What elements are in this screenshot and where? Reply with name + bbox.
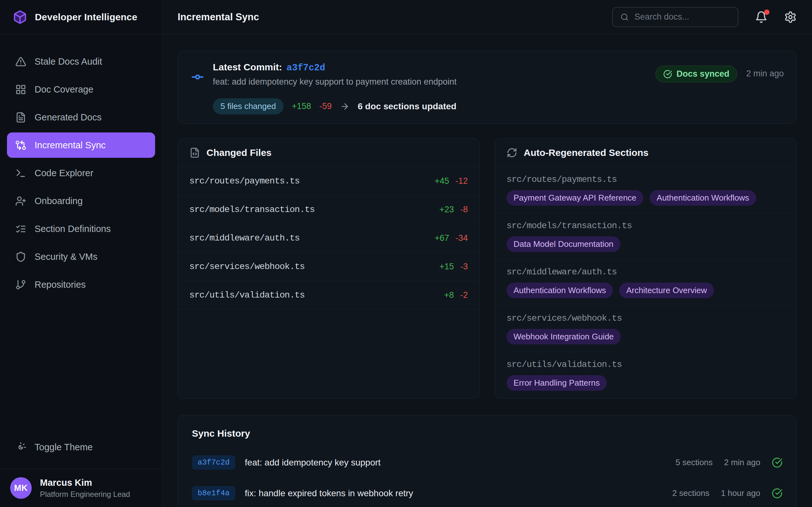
- sidebar-item-label: Repositories: [35, 279, 86, 290]
- panels-grid: Changed Files src/routes/payments.ts +45…: [177, 138, 797, 398]
- additions-count: +158: [292, 101, 311, 111]
- warning-triangle-icon: [15, 56, 26, 67]
- file-additions: +15: [439, 262, 454, 272]
- file-text-icon: [15, 112, 26, 123]
- search-input[interactable]: [635, 12, 730, 22]
- sync-history-row[interactable]: b8e1f4a fix: handle expired tokens in we…: [192, 486, 782, 500]
- section-tag[interactable]: Architecture Overview: [619, 283, 714, 298]
- sidebar-item-section-definitions[interactable]: Section Definitions: [7, 216, 155, 241]
- sync-time-ago: 1 hour ago: [721, 488, 760, 498]
- sidebar-item-security-vms[interactable]: Security & VMs: [7, 244, 155, 269]
- sidebar: Developer Intelligence Stale Docs Audit …: [0, 0, 162, 507]
- files-changed-badge: 5 files changed: [213, 98, 284, 114]
- sync-commit-hash: b8e1f4a: [192, 486, 235, 500]
- regen-group: src/models/transaction.ts Data Model Doc…: [495, 213, 797, 260]
- topbar-right: [612, 7, 797, 27]
- terminal-icon: [15, 168, 26, 179]
- file-deletions: -34: [455, 233, 468, 243]
- commit-label: Latest Commit:: [213, 62, 282, 72]
- latest-commit-card: Latest Commit: a3f7c2d feat: add idempot…: [177, 51, 797, 124]
- file-additions: +8: [444, 290, 454, 300]
- section-tag[interactable]: Data Model Documentation: [507, 236, 620, 252]
- sync-history-panel: Sync History a3f7c2d feat: add idempoten…: [177, 415, 797, 507]
- toggle-theme-button[interactable]: Toggle Theme: [7, 435, 155, 460]
- docs-synced-label: Docs synced: [676, 69, 729, 79]
- file-row[interactable]: src/services/webhook.ts +15-3: [178, 252, 479, 281]
- git-commit-icon: [191, 70, 205, 112]
- file-path: src/models/transaction.ts: [189, 205, 315, 215]
- sync-history-row[interactable]: a3f7c2d feat: add idempotency key suppor…: [192, 455, 782, 469]
- commit-time-ago: 2 min ago: [746, 66, 784, 78]
- sync-time-ago: 2 min ago: [724, 458, 760, 467]
- regen-file-path: src/middleware/auth.ts: [507, 267, 785, 277]
- profile-text: Marcus Kim Platform Engineering Lead: [40, 477, 130, 499]
- regen-file-path: src/services/webhook.ts: [507, 314, 785, 323]
- sync-row-meta: 5 sections 2 min ago: [676, 457, 782, 468]
- file-path: src/middleware/auth.ts: [189, 233, 300, 243]
- checklist-icon: [15, 223, 26, 234]
- sync-commit-message: fix: handle expired tokens in webhook re…: [245, 488, 413, 498]
- deletions-count: -59: [319, 101, 332, 111]
- refresh-icon: [507, 147, 517, 158]
- file-path: src/routes/payments.ts: [189, 176, 300, 186]
- file-row[interactable]: src/utils/validation.ts +8-2: [178, 281, 479, 309]
- file-additions: +67: [435, 233, 449, 243]
- regen-file-path: src/utils/validation.ts: [507, 360, 785, 370]
- sync-commit-message: feat: add idempotency key support: [245, 458, 380, 468]
- sidebar-item-code-explorer[interactable]: Code Explorer: [7, 160, 155, 186]
- changed-files-title: Changed Files: [206, 147, 271, 158]
- regen-group: src/middleware/auth.ts Authentication Wo…: [495, 260, 797, 306]
- sidebar-item-onboarding[interactable]: Onboarding: [7, 188, 155, 214]
- section-tag[interactable]: Authentication Workflows: [507, 283, 613, 298]
- sidebar-nav: Stale Docs Audit Doc Coverage Generated …: [0, 34, 162, 297]
- gear-icon: [784, 11, 797, 23]
- regen-group: src/services/webhook.ts Webhook Integrat…: [495, 306, 797, 352]
- regenerated-sections-panel: Auto-Regenerated Sections src/routes/pay…: [495, 138, 797, 399]
- regen-file-path: src/routes/payments.ts: [507, 175, 785, 184]
- file-deletions: -8: [460, 205, 468, 215]
- user-plus-icon: [15, 195, 26, 207]
- success-check-icon: [772, 488, 782, 499]
- user-profile[interactable]: MK Marcus Kim Platform Engineering Lead: [0, 469, 162, 507]
- section-tag[interactable]: Authentication Workflows: [650, 190, 756, 206]
- main-area: Incremental Sync: [162, 0, 812, 507]
- file-row[interactable]: src/routes/payments.ts +45-12: [178, 167, 479, 195]
- sidebar-item-repositories[interactable]: Repositories: [7, 272, 155, 297]
- regen-group: src/utils/validation.ts Error Handling P…: [495, 352, 797, 398]
- commit-message: feat: add idempotency key support to pay…: [213, 77, 457, 87]
- profile-role: Platform Engineering Lead: [40, 490, 130, 499]
- sidebar-item-label: Security & VMs: [35, 251, 97, 262]
- settings-button[interactable]: [784, 11, 797, 23]
- sidebar-item-generated-docs[interactable]: Generated Docs: [7, 105, 155, 130]
- commit-info: Latest Commit: a3f7c2d feat: add idempot…: [213, 62, 457, 112]
- git-compare-icon: [15, 140, 26, 151]
- file-additions: +23: [439, 205, 454, 215]
- regenerated-sections-title: Auto-Regenerated Sections: [524, 147, 648, 158]
- search-box[interactable]: [612, 7, 739, 27]
- commit-hash: a3f7c2d: [287, 63, 325, 73]
- sidebar-item-label: Code Explorer: [35, 168, 93, 178]
- app-logo-row: Developer Intelligence: [0, 0, 162, 34]
- regenerated-sections-header: Auto-Regenerated Sections: [495, 138, 797, 167]
- dashboard-grid-icon: [15, 84, 26, 95]
- notifications-button[interactable]: [755, 11, 768, 23]
- file-row[interactable]: src/models/transaction.ts +23-8: [178, 195, 479, 224]
- sync-row-meta: 2 sections 1 hour ago: [672, 488, 782, 499]
- page-title: Incremental Sync: [177, 11, 259, 23]
- file-deletions: -3: [460, 262, 468, 272]
- sidebar-item-label: Incremental Sync: [35, 140, 106, 151]
- sidebar-item-incremental-sync[interactable]: Incremental Sync: [7, 132, 155, 158]
- sidebar-item-doc-coverage[interactable]: Doc Coverage: [7, 77, 155, 102]
- file-row[interactable]: src/middleware/auth.ts +67-34: [178, 224, 479, 252]
- sidebar-item-stale-docs-audit[interactable]: Stale Docs Audit: [7, 49, 155, 74]
- commit-right: Docs synced 2 min ago: [655, 62, 784, 112]
- sidebar-item-label: Generated Docs: [35, 112, 101, 123]
- sync-sections-count: 2 sections: [672, 488, 710, 498]
- changed-files-header: Changed Files: [178, 138, 479, 167]
- file-path: src/services/webhook.ts: [189, 262, 305, 272]
- file-deletions: -2: [460, 290, 468, 300]
- section-tag[interactable]: Webhook Integration Guide: [507, 329, 621, 344]
- section-tag[interactable]: Error Handling Patterns: [507, 375, 607, 391]
- avatar: MK: [10, 477, 32, 499]
- section-tag[interactable]: Payment Gateway API Reference: [507, 190, 643, 206]
